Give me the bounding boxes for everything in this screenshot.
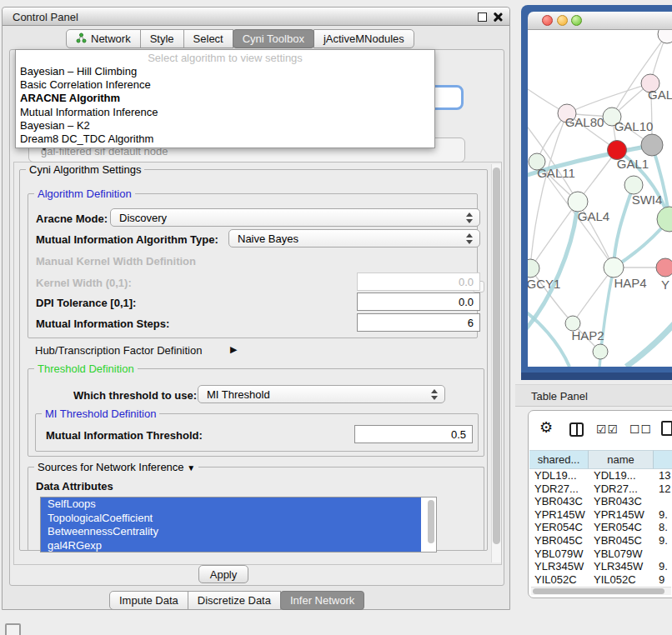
scrollbar-thumb[interactable] — [533, 588, 664, 594]
data-attributes-list[interactable]: SelfLoopsTopologicalCoefficientBetweenne… — [40, 497, 437, 552]
select-columns-unchecked-icon[interactable]: ☐☐ — [629, 422, 652, 436]
algorithm-option[interactable]: Bayesian – K2 — [16, 119, 434, 132]
table-cell[interactable]: YIL052C — [589, 573, 654, 587]
column-header[interactable] — [654, 450, 672, 469]
control-panel-titlebar[interactable]: Control Panel — [3, 8, 509, 26]
combo-spinner-icon — [466, 233, 474, 244]
table-row[interactable]: YBR045CYBR045C9. — [529, 534, 672, 548]
table-panel-header[interactable]: Table Panel — [515, 384, 672, 407]
network-node[interactable] — [641, 134, 663, 156]
data-attribute-item[interactable]: BetweennessCentrality — [41, 525, 421, 539]
table-row[interactable]: YIL052CYIL052C9 — [529, 573, 672, 587]
tab-discretize-data[interactable]: Discretize Data — [188, 591, 281, 610]
table-cell[interactable] — [654, 495, 672, 508]
network-node[interactable] — [528, 259, 539, 278]
column-header[interactable]: name — [589, 450, 654, 469]
network-edge[interactable] — [530, 113, 567, 268]
network-edge-highlighted[interactable] — [626, 323, 672, 367]
scrollbar-thumb[interactable] — [493, 168, 500, 544]
algorithm-option[interactable]: Bayesian – Hill Climbing — [16, 65, 434, 78]
aracne-mode-combo[interactable]: Discovery — [110, 208, 480, 227]
close-traffic-light-icon[interactable] — [542, 15, 553, 26]
gear-icon[interactable]: ⚙ — [539, 420, 553, 435]
network-node[interactable] — [657, 207, 672, 232]
table-cell[interactable]: YER054C — [529, 521, 589, 534]
network-edge[interactable] — [612, 34, 667, 117]
table-cell[interactable]: YLR345W — [589, 560, 654, 573]
algorithm-option[interactable]: ARACNE Algorithm — [16, 92, 434, 105]
tab-infer-network[interactable]: Infer Network — [280, 591, 364, 610]
table-cell[interactable]: 9. — [654, 534, 672, 548]
network-node[interactable] — [593, 344, 608, 359]
data-attribute-item[interactable]: gal4RGexp — [41, 539, 421, 553]
network-node[interactable] — [604, 258, 624, 278]
table-horizontal-scrollbar[interactable] — [531, 587, 671, 595]
tab-style[interactable]: Style — [140, 29, 184, 48]
columns-icon[interactable] — [569, 422, 584, 437]
algorithm-option[interactable]: Mutual Information Inference — [16, 106, 434, 119]
network-view-titlebar[interactable] — [528, 12, 672, 30]
mi-steps-field[interactable]: 6 — [357, 313, 480, 332]
table-row[interactable]: YBL079WYBL079W — [529, 548, 672, 561]
table-cell[interactable]: 13 — [654, 469, 672, 482]
data-attribute-item[interactable]: TopologicalCoefficient — [41, 512, 421, 526]
export-table-icon[interactable] — [661, 421, 672, 436]
tab-impute-data[interactable]: Impute Data — [109, 591, 188, 610]
minimize-traffic-light-icon[interactable] — [557, 15, 568, 26]
table-cell[interactable]: YPR145W — [529, 508, 589, 522]
algorithm-option[interactable]: Dream8 DC_TDC Algorithm — [16, 132, 434, 146]
table-row[interactable]: YBR043CYBR043C — [529, 495, 672, 508]
table-cell[interactable]: 9 — [654, 573, 672, 587]
mi-algorithm-type-combo[interactable]: Naive Bayes — [228, 229, 480, 248]
table-cell[interactable]: YBL079W — [589, 548, 654, 561]
dpi-tolerance-field[interactable]: 0.0 — [357, 292, 480, 311]
float-window-icon[interactable] — [478, 12, 487, 22]
network-node[interactable] — [624, 176, 643, 194]
network-canvas[interactable]: GALGAL80GAL10GAL1GAL11SWI4GAL4HAP4YGCY1H… — [528, 30, 672, 367]
table-cell[interactable]: 8. — [654, 521, 672, 534]
table-cell[interactable]: YDR27... — [529, 482, 589, 496]
table-row[interactable]: YDR27...YDR27...12 — [529, 482, 672, 496]
settings-vertical-scrollbar[interactable] — [491, 164, 501, 562]
zoom-traffic-light-icon[interactable] — [571, 15, 582, 26]
table-cell[interactable]: YBR045C — [529, 534, 589, 548]
disclosure-down-icon[interactable]: ▼ — [187, 463, 195, 472]
tab-select[interactable]: Select — [183, 29, 233, 48]
data-attribute-item[interactable]: SelfLoops — [41, 498, 421, 512]
table-cell[interactable]: 12 — [654, 482, 672, 496]
list-scrollbar-thumb[interactable] — [428, 500, 434, 543]
table-cell[interactable]: YER054C — [589, 521, 654, 534]
table-row[interactable]: YLR345WYLR345W9. — [529, 560, 672, 573]
tab-cyni-toolbox[interactable]: Cyni Toolbox — [233, 29, 314, 48]
table-cell[interactable]: YBL079W — [529, 548, 589, 561]
table-cell[interactable]: YDR27... — [589, 482, 654, 496]
tab-jactivemnodules[interactable]: jActiveMNodules — [313, 29, 414, 48]
network-edge-highlighted[interactable] — [528, 305, 569, 367]
tab-network[interactable]: Network — [66, 29, 141, 48]
table-cell[interactable]: YIL052C — [529, 573, 589, 587]
table-cell[interactable]: YDL19... — [589, 469, 654, 482]
algorithm-option[interactable]: Basic Correlation Inference — [16, 78, 434, 92]
table-row[interactable]: YPR145WYPR145W9. — [529, 508, 672, 522]
table-cell[interactable]: YPR145W — [589, 508, 654, 522]
network-node[interactable] — [656, 258, 672, 277]
table-cell[interactable] — [654, 548, 672, 561]
apply-button[interactable]: Apply — [198, 565, 248, 583]
table-cell[interactable]: YBR045C — [589, 534, 654, 548]
disclosure-right-icon[interactable]: ▶ — [230, 344, 237, 355]
which-threshold-combo[interactable]: MI Threshold — [198, 385, 445, 403]
column-header[interactable]: shared... — [529, 450, 589, 469]
network-node[interactable] — [658, 30, 672, 43]
table-cell[interactable]: 9. — [654, 508, 672, 522]
close-icon[interactable] — [493, 12, 503, 22]
table-cell[interactable]: YDL19... — [529, 469, 589, 482]
table-row[interactable]: YDL19...YDL19...13 — [529, 469, 672, 482]
table-cell[interactable]: YLR345W — [529, 560, 589, 573]
table-cell[interactable]: YBR043C — [529, 495, 589, 508]
table-row[interactable]: YER054CYER054C8. — [529, 521, 672, 534]
restore-panel-icon[interactable] — [5, 623, 21, 635]
select-columns-checked-icon[interactable]: ☑☑ — [596, 422, 619, 436]
table-cell[interactable]: YBR043C — [589, 495, 654, 508]
mi-threshold-field[interactable]: 0.5 — [354, 425, 473, 443]
table-cell[interactable]: 9. — [654, 560, 672, 573]
